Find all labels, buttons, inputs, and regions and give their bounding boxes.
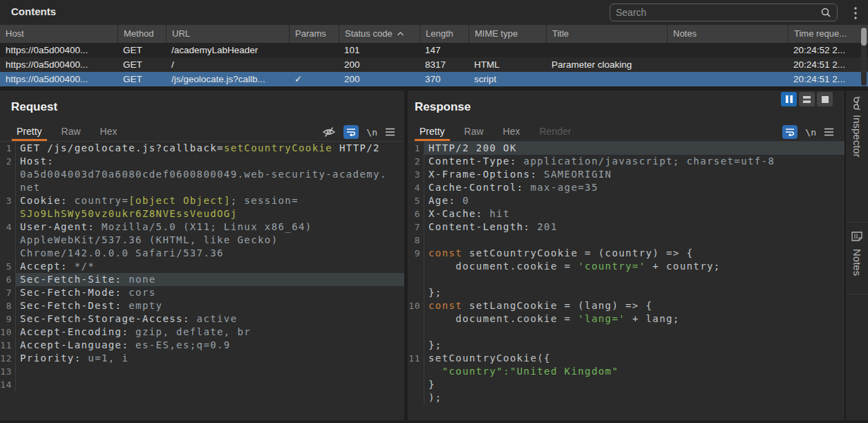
line-number: 13 [0,365,16,378]
line-number: 7 [0,286,16,299]
line-number [0,234,16,247]
column-header-mime-type[interactable]: MIME type [469,25,546,43]
response-panel: Response PrettyRawHexRender \n 1HTTP/2 2… [408,91,845,420]
code-text: GET /js/geolocate.js?callback=setCountry… [16,142,404,155]
column-header-notes[interactable]: Notes [667,25,788,43]
code-line: ); [408,391,845,404]
code-line: }; [408,286,845,299]
column-header-time-reque-[interactable]: Time reque... [788,25,868,43]
search-box[interactable] [610,3,838,21]
line-number: 8 [0,299,16,312]
code-line: 4Cache-Control: max-age=35 [408,181,845,194]
kebab-menu-icon[interactable] [849,6,862,21]
sort-ascending-icon [397,28,404,39]
request-title: Request [11,100,57,114]
code-line: document.cookie = 'lang=' + lang; [408,312,845,326]
code-line: 12Priority: u=1, i [0,352,404,365]
code-line: 6Sec-Fetch-Site: none [0,273,404,286]
column-label: Status code [345,28,393,39]
line-number: 1 [408,142,424,155]
code-text: const setLangCookie = (lang) => { [424,299,845,312]
code-line: 8 [408,234,845,247]
code-text: document.cookie = 'country=' + country; [424,260,845,273]
code-segment: Accept: [20,261,68,272]
column-header-host[interactable]: Host [0,25,117,43]
scrollbar-thumb[interactable] [861,28,867,46]
code-line: }; [408,339,845,352]
column-label: Length [426,28,453,39]
line-number: 9 [408,247,424,260]
table-cell: Parameter cloaking [546,57,667,72]
sidebar-tab-inspector[interactable]: Inspector [846,91,868,223]
code-line: 14 [0,378,404,391]
tab-pretty[interactable]: Pretty [419,122,445,141]
table-cell: /js/geolocate.js?callb... [166,72,289,86]
code-text: HTTP/2 200 OK [424,142,845,155]
code-text: Sec-Fetch-Dest: empty [16,299,404,312]
table-row[interactable]: https://0a5d00400...GET/2008317HTMLParam… [0,57,868,72]
code-line: 0a5d004003d70a6080cdef0600800049.web-sec… [0,168,404,181]
column-header-title[interactable]: Title [546,25,667,43]
rows-layout-button[interactable] [799,92,815,106]
code-segment: Mozilla/5.0 (X11; Linux x86_64) [95,221,312,232]
requests-table: https://0a5d00400...GET/academyLabHeader… [0,43,868,86]
column-header-status-code[interactable]: Status code [339,25,419,43]
tab-render[interactable]: Render [540,122,572,141]
line-number: 1 [0,142,16,155]
tab-hex[interactable]: Hex [100,122,117,141]
soft-wrap-button[interactable] [343,125,359,139]
request-editor[interactable]: 1GET /js/geolocate.js?callback=setCountr… [0,142,404,420]
response-editor[interactable]: 1HTTP/2 200 OK2Content-Type: application… [408,142,845,420]
code-line [408,326,845,339]
code-text: "country":"United Kingdom" [424,365,845,378]
notes-document-icon [851,232,862,241]
line-number: 5 [0,260,16,273]
code-segment: 'country=' [578,261,645,272]
newline-toggle[interactable]: \n [366,127,377,138]
search-input[interactable] [610,7,820,18]
line-number: 2 [0,155,16,168]
line-number [408,339,424,352]
code-line: } [408,378,845,391]
sidebar-tab-notes[interactable]: Notes [846,223,868,294]
code-text: Accept-Language: es-ES,es;q=0.9 [16,339,404,352]
newline-toggle[interactable]: \n [805,127,816,138]
tab-raw[interactable]: Raw [464,122,484,141]
code-line: document.cookie = 'country=' + country; [408,260,845,273]
menu-icon[interactable] [385,128,395,136]
code-segment: SAMEORIGIN [537,169,612,180]
code-line: net [0,181,404,194]
line-number [408,273,424,286]
column-header-method[interactable]: Method [117,25,166,43]
column-header-length[interactable]: Length [419,25,469,43]
soft-wrap-button[interactable] [782,125,798,139]
code-segment: empty [122,300,162,311]
code-line [408,273,845,286]
code-segment: Priority: [20,352,81,364]
layout-buttons [781,92,833,106]
table-cell: HTML [469,57,546,72]
columns-layout-button[interactable] [781,92,797,106]
code-segment: } [428,379,435,390]
eye-off-icon[interactable] [322,126,336,138]
sidebar-tab-label: Notes [851,249,863,276]
code-text [424,273,845,286]
tab-hex[interactable]: Hex [503,122,520,141]
code-text: User-Agent: Mozilla/5.0 (X11; Linux x86_… [16,220,404,234]
code-segment: Sec-Fetch-Mode: [20,287,122,298]
table-cell [289,43,339,57]
tab-pretty[interactable]: Pretty [17,122,42,141]
table-row[interactable]: https://0a5d00400...GET/js/geolocate.js?… [0,72,868,86]
menu-icon[interactable] [824,128,834,136]
code-segment: GET /js/geolocate.js?callback= [20,142,224,153]
code-segment: none [122,274,155,285]
table-scrollbar[interactable] [861,26,867,86]
code-line: 11Accept-Language: es-ES,es;q=0.9 [0,339,404,352]
line-number: 11 [408,352,424,365]
tab-raw[interactable]: Raw [62,122,81,141]
table-row[interactable]: https://0a5d00400...GET/academyLabHeader… [0,43,868,57]
column-header-url[interactable]: URL [166,25,289,43]
code-text: X-Cache: hit [424,207,845,220]
column-header-params[interactable]: Params [289,25,339,43]
single-layout-button[interactable] [817,92,833,106]
